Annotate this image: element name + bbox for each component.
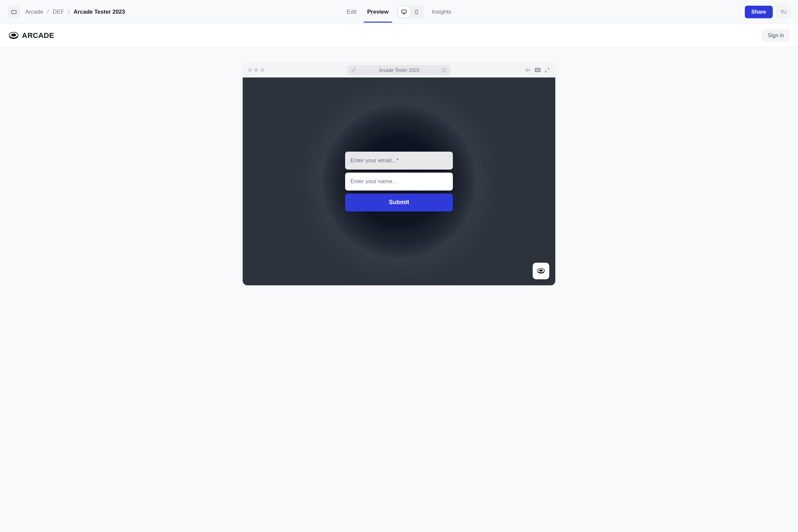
device-mobile-button[interactable] (410, 7, 422, 17)
traffic-lights (248, 68, 264, 72)
folder-button[interactable] (8, 6, 20, 18)
tab-edit[interactable]: Edit (345, 1, 358, 23)
arcade-logo-icon (536, 266, 546, 276)
nav-tabs: Edit Preview (345, 1, 390, 23)
share-button[interactable]: Share (745, 6, 773, 18)
preview-area: Arcade Tester 2023 CC Submit (0, 47, 798, 299)
device-toggle (396, 5, 424, 19)
tab-preview[interactable]: Preview (366, 1, 390, 23)
breadcrumb-root[interactable]: Arcade (25, 8, 43, 15)
svg-point-7 (539, 269, 543, 271)
arcade-logo-icon (8, 30, 19, 41)
cc-badge[interactable]: CC (535, 68, 540, 72)
form-stack: Submit (345, 152, 453, 211)
breadcrumb-sep: / (47, 8, 49, 15)
url-text: Arcade Tester 2023 (359, 68, 439, 73)
refresh-icon[interactable] (442, 68, 446, 73)
top-header: Arcade / DEF / Arcade Tester 2023 Edit P… (0, 0, 798, 24)
traffic-dot-yellow (254, 68, 258, 72)
header-right: Share TU (745, 5, 790, 19)
desktop-icon (401, 9, 407, 15)
breadcrumb-folder[interactable]: DEF (53, 8, 64, 15)
device-desktop-button[interactable] (398, 7, 410, 17)
sound-icon[interactable] (525, 68, 531, 73)
header-center: Edit Preview Insights (345, 0, 453, 24)
submit-button[interactable]: Submit (345, 193, 453, 211)
brand-logo[interactable]: ARCADE (8, 30, 54, 41)
header-left: Arcade / DEF / Arcade Tester 2023 (8, 6, 125, 18)
svg-rect-0 (402, 10, 406, 13)
email-field[interactable] (345, 152, 453, 170)
url-bar[interactable]: Arcade Tester 2023 (347, 65, 451, 75)
tab-insights[interactable]: Insights (430, 1, 453, 23)
link-icon (352, 68, 356, 73)
traffic-dot-green (261, 68, 264, 72)
brand-header: ARCADE Sign in (0, 24, 798, 47)
breadcrumb-current[interactable]: Arcade Tester 2023 (74, 8, 125, 15)
avatar[interactable]: TU (777, 5, 790, 19)
expand-icon[interactable] (545, 68, 550, 73)
signin-button[interactable]: Sign in (762, 29, 790, 42)
brand-name: ARCADE (22, 31, 54, 40)
arcade-badge[interactable] (533, 263, 549, 279)
preview-frame: Arcade Tester 2023 CC Submit (243, 62, 555, 285)
browser-bar: Arcade Tester 2023 CC (243, 62, 555, 77)
preview-content: Submit (243, 77, 555, 285)
breadcrumb-sep: / (68, 8, 70, 15)
breadcrumb: Arcade / DEF / Arcade Tester 2023 (25, 8, 125, 15)
folder-icon (11, 9, 17, 15)
browser-right-icons: CC (525, 68, 550, 73)
svg-point-4 (11, 34, 16, 37)
name-field[interactable] (345, 173, 453, 191)
traffic-dot-red (248, 68, 252, 72)
mobile-icon (414, 9, 419, 15)
